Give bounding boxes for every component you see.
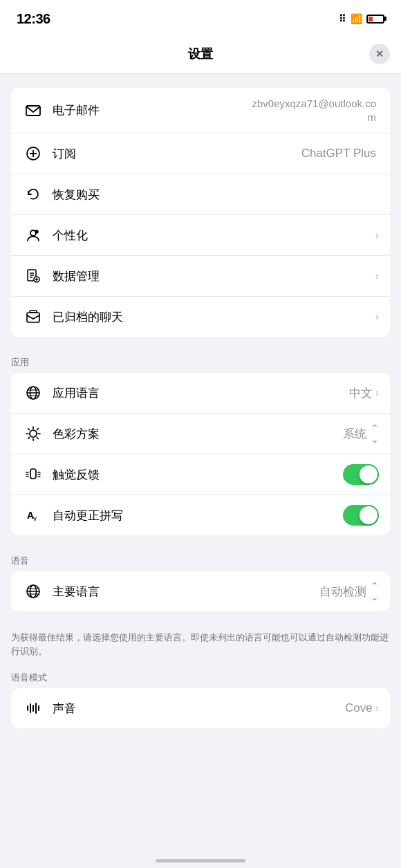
archived-chats-row[interactable]: 已归档的聊天 › <box>11 297 390 337</box>
speech-group: 主要语言 自动检测 ⌃⌄ <box>11 571 390 611</box>
voice-sound-label: 声音 <box>53 701 345 717</box>
autocorrect-toggle[interactable] <box>343 505 379 526</box>
personalization-icon <box>22 224 44 246</box>
main-language-label: 主要语言 <box>53 584 319 600</box>
app-language-row[interactable]: 应用语言 中文 › <box>11 373 390 414</box>
main-language-dropdown-icon: ⌃⌄ <box>371 580 379 602</box>
restore-row[interactable]: 恢复购买 <box>11 174 390 215</box>
app-group: 应用语言 中文 › <box>11 373 390 535</box>
voice-sound-icon <box>22 697 44 719</box>
battery-icon <box>366 15 384 24</box>
settings-container: 设置 ✕ 电子邮件 zbv0eyxqza71@outlook.com <box>0 35 401 868</box>
color-scheme-icon <box>22 423 44 445</box>
personalization-chevron: › <box>375 229 379 241</box>
svg-rect-16 <box>30 311 37 313</box>
status-icons: ⠿ 📶 <box>339 13 384 24</box>
data-management-row[interactable]: 数据管理 › <box>11 256 390 297</box>
archived-chats-chevron: › <box>375 311 379 323</box>
personalization-label: 个性化 <box>53 228 375 243</box>
voice-mode-section: 语音模式 声音 Cove <box>0 666 401 728</box>
app-language-label: 应用语言 <box>53 385 349 401</box>
archived-chats-icon <box>22 306 44 328</box>
subscription-icon <box>22 142 44 165</box>
svg-rect-31 <box>30 469 36 479</box>
main-language-row[interactable]: 主要语言 自动检测 ⌃⌄ <box>11 571 390 611</box>
email-row[interactable]: 电子邮件 zbv0eyxqza71@outlook.com <box>11 88 390 133</box>
voice-mode-label: 语音模式 <box>0 666 401 688</box>
close-button[interactable]: ✕ <box>369 44 390 64</box>
account-group: 电子邮件 zbv0eyxqza71@outlook.com 订阅 ChatGPT… <box>11 88 390 337</box>
app-section-label: 应用 <box>0 351 401 373</box>
main-language-icon <box>22 580 44 602</box>
settings-content: 电子邮件 zbv0eyxqza71@outlook.com 订阅 ChatGPT… <box>0 88 401 728</box>
color-scheme-dropdown-icon: ⌃⌄ <box>371 423 379 445</box>
home-indicator <box>156 859 245 862</box>
svg-line-27 <box>28 429 30 430</box>
color-scheme-row[interactable]: 色彩方案 系统 ⌃⌄ <box>11 414 390 454</box>
status-bar: 12:36 ⠿ 📶 <box>0 0 401 35</box>
subscription-label: 订阅 <box>53 146 301 162</box>
voice-mode-group: 声音 Cove › <box>11 688 390 728</box>
status-time: 12:36 <box>17 11 50 27</box>
data-management-label: 数据管理 <box>53 268 375 284</box>
autocorrect-icon: A v <box>22 504 44 526</box>
subscription-row[interactable]: 订阅 ChatGPT Plus <box>11 133 390 174</box>
haptics-toggle-knob <box>360 465 377 483</box>
autocorrect-row[interactable]: A v 自动更正拼写 <box>11 495 390 535</box>
color-scheme-value: 系统 <box>343 426 366 442</box>
voice-sound-value: Cove <box>345 701 373 715</box>
svg-point-22 <box>30 430 37 437</box>
email-icon <box>22 100 44 122</box>
speech-section-label: 语音 <box>0 549 401 571</box>
autocorrect-label: 自动更正拼写 <box>53 508 343 524</box>
email-label: 电子邮件 <box>53 102 252 118</box>
personalization-row[interactable]: 个性化 › <box>11 215 390 256</box>
svg-line-28 <box>37 437 38 438</box>
settings-title: 设置 <box>188 46 213 62</box>
svg-rect-15 <box>27 313 39 322</box>
app-section: 应用 应用语言 中文 › <box>0 351 401 535</box>
data-management-chevron: › <box>375 270 379 282</box>
restore-label: 恢复购买 <box>53 187 379 203</box>
email-value: zbv0eyxqza71@outlook.com <box>252 97 376 124</box>
app-language-value: 中文 <box>349 385 373 401</box>
wifi-icon: 📶 <box>351 13 362 24</box>
subscription-value: ChatGPT Plus <box>301 147 376 160</box>
svg-line-29 <box>37 429 38 430</box>
svg-line-30 <box>28 437 30 438</box>
color-scheme-label: 色彩方案 <box>53 426 343 442</box>
main-language-value: 自动检测 <box>319 584 366 600</box>
signal-icon: ⠿ <box>339 13 346 24</box>
close-icon: ✕ <box>375 48 384 59</box>
app-language-icon <box>22 382 44 404</box>
speech-info-text: 为获得最佳结果，请选择您使用的主要语言。即使未列出的语言可能也可以通过自动检测功… <box>0 625 401 666</box>
voice-sound-chevron: › <box>375 702 379 714</box>
restore-icon <box>22 183 44 205</box>
haptics-toggle[interactable] <box>343 464 379 485</box>
settings-header: 设置 ✕ <box>0 35 401 74</box>
autocorrect-toggle-knob <box>360 506 377 524</box>
archived-chats-label: 已归档的聊天 <box>53 309 375 325</box>
svg-rect-0 <box>26 106 40 116</box>
app-language-chevron: › <box>375 387 379 399</box>
haptics-row[interactable]: 触觉反馈 <box>11 454 390 495</box>
haptics-icon <box>22 463 44 486</box>
svg-text:v: v <box>33 515 37 522</box>
data-management-icon <box>22 265 44 287</box>
voice-sound-row[interactable]: 声音 Cove › <box>11 688 390 728</box>
speech-section: 语音 主要语言 自动检测 ⌃⌄ <box>0 549 401 666</box>
haptics-label: 触觉反馈 <box>53 467 343 483</box>
